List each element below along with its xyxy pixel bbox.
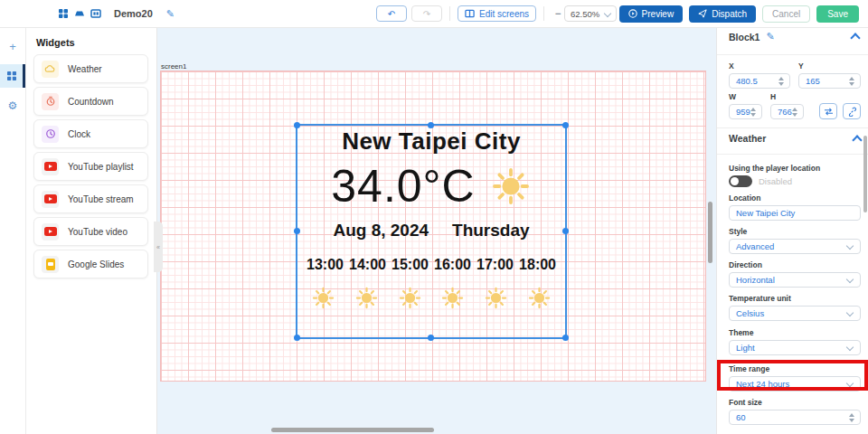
style-value: Advanced <box>730 241 774 251</box>
resize-handle-n[interactable] <box>428 122 434 128</box>
rename-block-icon[interactable]: ✎ <box>766 31 774 42</box>
collapse-widgets-panel-handle[interactable]: « <box>154 222 163 272</box>
resize-handle-w[interactable] <box>294 228 300 234</box>
x-field-group: X 480.5 <box>729 61 790 89</box>
block-inspector-panel: Block1 ✎ X 480.5 Y 165 W 959 <box>716 27 868 434</box>
resize-handle-nw[interactable] <box>294 122 300 128</box>
top-toolbar: Demo20 ✎ ↶ ↷ Edit screens − 62.50% + ◷ 0… <box>0 0 868 28</box>
chevron-down-icon <box>846 241 854 249</box>
stepper-icons[interactable] <box>778 77 789 86</box>
widget-card-countdown[interactable]: Countdown <box>33 87 148 116</box>
widget-forecast-icons <box>311 286 552 310</box>
stepper-icons[interactable] <box>792 108 803 117</box>
theme-select[interactable]: Light <box>729 340 861 355</box>
stepper-icons[interactable] <box>849 413 860 422</box>
stepper-icons[interactable] <box>849 77 860 86</box>
weather-widget-block[interactable]: New Taipei City 34.0°C Aug 8, 2024 Thurs… <box>296 124 567 339</box>
location-input[interactable]: New Taipei City <box>729 205 861 221</box>
stepper-icons[interactable] <box>750 108 761 117</box>
canvas-vertical-scrollbar[interactable] <box>708 202 712 263</box>
hour-label: 16:00 <box>434 257 471 273</box>
style-select[interactable]: Advanced <box>729 239 861 254</box>
y-input[interactable]: 165 <box>798 73 861 89</box>
collapse-left-icon: « <box>156 244 160 250</box>
widget-card-weather[interactable]: Weather <box>33 54 148 83</box>
sun-icon <box>527 286 552 310</box>
widget-card-clock[interactable]: Clock <box>33 119 148 148</box>
widget-card-label: Google Slides <box>68 259 124 269</box>
rename-project-icon[interactable]: ✎ <box>166 8 175 20</box>
time-range-select[interactable]: Next 24 hours <box>729 376 861 392</box>
canvas-horizontal-scrollbar[interactable] <box>271 428 434 432</box>
resize-handle-se[interactable] <box>562 335 569 341</box>
zoom-out-button[interactable]: − <box>552 7 564 20</box>
collapse-block-section-icon[interactable] <box>850 33 860 42</box>
zoom-level-value: 62.50% <box>571 9 599 19</box>
h-label: H <box>770 92 804 101</box>
font-size-label: Font size <box>729 398 861 407</box>
hour-label: 13:00 <box>307 257 344 273</box>
block-header: Block1 ✎ <box>729 31 859 42</box>
font-size-value: 60 <box>730 412 746 422</box>
project-title: Demo20 <box>114 8 153 19</box>
youtube-video-icon <box>42 223 59 241</box>
rail-item-widgets[interactable] <box>0 64 25 88</box>
widget-card-youtube-video[interactable]: YouTube video <box>33 217 148 246</box>
save-label: Save <box>827 9 848 19</box>
logo-grid-icon[interactable] <box>58 8 69 19</box>
play-circle-icon <box>628 9 637 18</box>
widget-card-label: Clock <box>68 129 90 139</box>
widget-card-label: YouTube video <box>68 227 127 237</box>
theme-group: Theme Light <box>729 328 861 355</box>
logo-media-icon[interactable] <box>90 8 101 19</box>
resize-handle-sw[interactable] <box>294 335 300 341</box>
widget-card-youtube-stream[interactable]: YouTube stream <box>33 184 148 213</box>
rail-item-settings[interactable]: ⚙ <box>0 95 25 117</box>
resize-handle-s[interactable] <box>428 335 434 341</box>
h-input[interactable]: 766 <box>770 104 804 119</box>
link-icon <box>847 107 857 117</box>
resize-handle-e[interactable] <box>562 228 569 234</box>
y-field-group: Y 165 <box>798 61 861 89</box>
player-location-toggle[interactable] <box>729 175 752 187</box>
style-label: Style <box>729 227 861 236</box>
time-range-value: Next 24 hours <box>730 379 789 389</box>
player-location-label: Using the player location <box>729 164 861 173</box>
inspector-scrollbar[interactable] <box>863 136 867 212</box>
chevron-down-icon <box>846 343 854 350</box>
preview-button[interactable]: Preview <box>619 5 684 23</box>
w-value: 959 <box>730 107 750 117</box>
lock-aspect-ratio-button[interactable] <box>843 103 861 119</box>
redo-button[interactable]: ↷ <box>411 5 442 22</box>
swap-dimensions-button[interactable] <box>819 103 837 119</box>
w-input[interactable]: 959 <box>729 104 762 119</box>
font-size-input[interactable]: 60 <box>729 410 861 425</box>
widget-temperature-text: 34.0°C <box>331 160 475 212</box>
direction-select[interactable]: Horizontal <box>729 272 861 288</box>
hour-label: 18:00 <box>519 257 556 273</box>
cancel-button[interactable]: Cancel <box>762 5 810 23</box>
x-input[interactable]: 480.5 <box>729 73 790 89</box>
zoom-level-select[interactable]: 62.50% <box>564 5 617 22</box>
logo-screen-icon[interactable] <box>74 8 85 19</box>
temperature-unit-select[interactable]: Celsius <box>729 306 861 321</box>
x-value: 480.5 <box>730 76 758 86</box>
dispatch-button[interactable]: Dispatch <box>689 5 756 23</box>
editor-canvas[interactable]: screen1 New Taipei City 34.0°C Aug 8, 20… <box>156 27 716 434</box>
add-content-button[interactable]: + <box>0 35 25 57</box>
chevron-down-icon <box>846 275 854 282</box>
x-label: X <box>729 61 790 71</box>
divider <box>717 54 868 55</box>
widget-card-youtube-playlist[interactable]: YouTube playlist <box>33 152 148 181</box>
edit-screens-button[interactable]: Edit screens <box>458 5 536 22</box>
undo-button[interactable]: ↶ <box>376 5 407 22</box>
divider <box>543 6 544 21</box>
widget-card-google-slides[interactable]: Google Slides <box>33 250 148 278</box>
collapse-weather-section-icon[interactable] <box>852 135 862 145</box>
resize-handle-ne[interactable] <box>562 122 569 128</box>
divider <box>449 6 450 21</box>
save-button[interactable]: Save <box>816 5 859 23</box>
weather-section-header[interactable]: Weather <box>729 133 861 144</box>
location-group: Location New Taipei City <box>729 193 861 221</box>
player-location-state: Disabled <box>759 176 792 186</box>
